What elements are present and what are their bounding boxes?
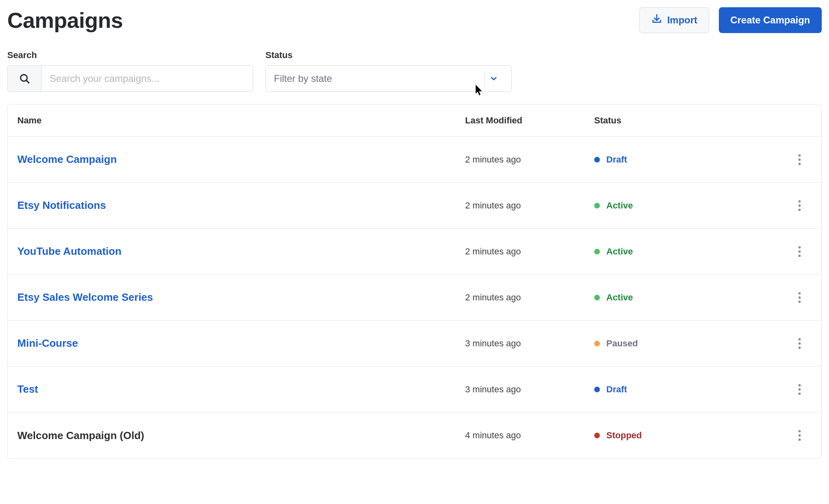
status-text: Draft [606,154,627,165]
svg-point-11 [798,292,801,294]
kebab-icon [798,292,801,303]
status-field-group: Status Filter by state [265,50,512,92]
status-dot-icon [594,157,600,162]
status-filter-select[interactable]: Filter by state [265,65,512,92]
page-title: Campaigns [7,8,123,33]
col-status: Status [594,115,739,126]
row-menu-button[interactable] [792,244,807,259]
svg-point-2 [798,154,801,156]
svg-line-1 [26,80,29,83]
svg-point-15 [798,342,801,345]
status-badge: Draft [594,384,739,395]
kebab-icon [798,338,801,349]
row-actions [739,198,812,213]
row-menu-button[interactable] [792,290,807,305]
row-actions [739,244,812,259]
campaign-name-link[interactable]: Etsy Notifications [17,199,465,212]
table-row: Welcome Campaign2 minutes agoDraft [8,137,821,183]
import-button[interactable]: Import [639,7,709,33]
row-actions [739,290,812,305]
table-row: Welcome Campaign (Old)4 minutes agoStopp… [8,412,821,458]
status-filter-placeholder: Filter by state [274,73,332,84]
row-actions [739,152,812,167]
row-menu-button[interactable] [792,152,807,167]
status-dot-icon [594,433,600,438]
search-input-wrap [7,65,253,92]
status-dot-icon [594,387,600,392]
status-label: Status [265,50,512,60]
row-actions [739,428,812,443]
table-row: Test3 minutes agoDraft [8,367,821,412]
kebab-icon [798,430,801,441]
create-campaign-label: Create Campaign [731,15,810,26]
create-campaign-button[interactable]: Create Campaign [719,7,822,33]
svg-point-16 [798,346,801,349]
last-modified: 2 minutes ago [465,246,594,257]
last-modified: 2 minutes ago [465,154,594,165]
status-dot-icon [594,341,600,346]
row-menu-button[interactable] [792,336,807,351]
last-modified: 3 minutes ago [465,384,594,395]
campaign-name-link[interactable]: Etsy Sales Welcome Series [17,291,465,304]
search-input[interactable] [42,66,253,92]
svg-point-19 [798,392,801,395]
chevron-down-icon [484,74,503,83]
svg-point-10 [798,254,801,257]
status-badge: Paused [594,338,739,349]
svg-point-18 [798,388,801,391]
status-text: Stopped [606,430,642,441]
status-text: Active [606,292,633,303]
status-badge: Active [594,292,739,303]
row-actions [739,382,812,397]
row-actions [739,336,812,351]
import-icon [651,13,662,27]
search-field-group: Search [7,50,253,92]
table-header: Name Last Modified Status [8,104,821,137]
status-dot-icon [594,249,600,254]
svg-point-12 [798,296,801,299]
svg-point-6 [798,204,801,207]
svg-point-8 [798,246,801,248]
table-body: Welcome Campaign2 minutes agoDraftEtsy N… [8,137,821,458]
header-actions: Import Create Campaign [639,7,822,33]
kebab-icon [798,384,801,395]
svg-point-21 [798,434,801,437]
col-modified: Last Modified [465,115,594,126]
svg-point-3 [798,158,801,161]
svg-point-20 [798,430,801,433]
search-icon [8,66,42,92]
page-header: Campaigns Import Create Campaign [7,7,822,33]
col-name: Name [17,115,465,126]
filters: Search Status Filter by state [7,50,822,92]
campaigns-table: Name Last Modified Status Welcome Campai… [7,104,822,459]
svg-point-17 [798,384,801,386]
svg-point-14 [798,338,801,340]
table-row: Mini-Course3 minutes agoPaused [8,321,821,367]
row-menu-button[interactable] [792,382,807,397]
status-badge: Stopped [594,430,739,441]
svg-point-4 [798,162,801,165]
status-dot-icon [594,203,600,208]
status-badge: Active [594,200,739,211]
campaign-name-link[interactable]: Mini-Course [17,337,465,350]
table-row: Etsy Sales Welcome Series2 minutes agoAc… [8,275,821,321]
row-menu-button[interactable] [792,198,807,213]
svg-point-5 [798,200,801,202]
last-modified: 3 minutes ago [465,338,594,349]
campaign-name-link[interactable]: Welcome Campaign (Old) [17,429,465,442]
last-modified: 4 minutes ago [465,430,594,441]
last-modified: 2 minutes ago [465,200,594,211]
svg-point-13 [798,300,801,303]
row-menu-button[interactable] [792,428,807,443]
kebab-icon [798,154,801,165]
import-label: Import [667,15,697,26]
status-dot-icon [594,295,600,300]
table-row: YouTube Automation2 minutes agoActive [8,229,821,275]
campaign-name-link[interactable]: Welcome Campaign [17,153,465,166]
status-text: Paused [606,338,638,349]
svg-point-22 [798,439,801,441]
campaign-name-link[interactable]: YouTube Automation [17,245,465,258]
campaign-name-link[interactable]: Test [17,383,465,396]
table-row: Etsy Notifications2 minutes agoActive [8,183,821,229]
status-text: Active [606,246,633,257]
